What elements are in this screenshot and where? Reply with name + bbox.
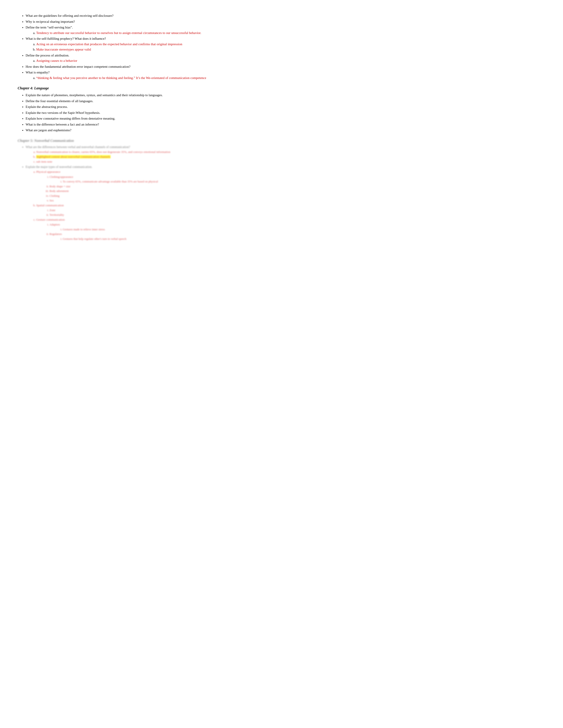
blurred-sub3-list: Gestures made to relieve inner stress <box>49 227 545 232</box>
item-text: How does the fundamental attribution err… <box>26 65 130 68</box>
blurred-red-text: sub item note <box>36 160 52 163</box>
item-text: What are jargon and euphemisms? <box>26 128 71 132</box>
red-answer: Acting on an erroneous expectation that … <box>36 42 182 46</box>
item-text: Define the process of attribution. <box>26 54 69 57</box>
blurred-red-text: Regulators <box>49 232 62 236</box>
yellow-highlight: highlighted content about nonverbal comm… <box>36 155 111 158</box>
blurred-sub2-item: Sex <box>49 198 545 203</box>
blurred-sub-list: Physical appearance Clothing/appearance … <box>26 170 545 241</box>
list-item: Explain the nature of phonemes, morpheme… <box>26 93 545 98</box>
blurred-list-item: Explain the major types of nonverbal com… <box>26 165 545 241</box>
list-item: What is the self-fulfilling prophecy? Wh… <box>26 36 545 52</box>
list-item: What are jargon and euphemisms? <box>26 128 545 133</box>
blurred-red-text: Clothing <box>49 194 60 197</box>
blurred-red-text: Gestures that help regulate other's turn… <box>63 237 126 240</box>
blurred-sub3-item: To convey 65%, communicate advantage ava… <box>63 179 545 184</box>
blurred-sub-item: highlighted content about nonverbal comm… <box>36 155 545 159</box>
blurred-sub2-item: Clothing <box>49 194 545 198</box>
item-text: What is the self-fulfilling prophecy? Wh… <box>26 37 106 40</box>
blurred-sub2-item: Territoriality <box>49 213 545 217</box>
list-item: Define the four essential elements of al… <box>26 99 545 104</box>
blurred-list-item: What are the differences between verbal … <box>26 145 545 164</box>
sub-list-item: “thinking & feeling what you perceive an… <box>36 75 545 81</box>
blurred-sub-item: sub item note <box>36 159 545 164</box>
item-text: Explain the major types of nonverbal com… <box>26 165 92 169</box>
blurred-red-text: Body shape + size <box>49 185 70 188</box>
item-text: Explain how connotative meaning differs … <box>26 117 115 120</box>
blurred-sub-item: Spatial communication Zone Territorialit… <box>36 203 545 217</box>
chapter5-list: What are the differences between verbal … <box>18 145 545 241</box>
list-item: Why is reciprocal sharing important? <box>26 19 545 24</box>
item-text: What is the difference between a fact an… <box>26 123 99 126</box>
red-answer: Tendency to attribute our successful beh… <box>36 31 201 35</box>
blurred-red-text: Clothing/appearance <box>49 175 73 178</box>
blurred-red-text: Adaptors <box>49 223 60 226</box>
item-text: Explain the two versions of the Sapir-Wh… <box>26 111 100 114</box>
list-item: Define the term “self-serving bias”. Ten… <box>26 25 545 35</box>
chapter4-heading: Chapter 4: Language <box>18 86 545 91</box>
blurred-sub-item: Nonverbal communication is clearer, carr… <box>36 150 545 154</box>
blurred-sub-item: Physical appearance Clothing/appearance … <box>36 170 545 203</box>
sub-list: Tendency to attribute our successful beh… <box>26 30 545 36</box>
chapter4-section: Chapter 4: Language Explain the nature o… <box>18 86 545 133</box>
main-bullet-list: What are the guidelines for offering and… <box>18 13 545 80</box>
blurred-sub-item: Gesture communication Adaptors Gestures … <box>36 218 545 241</box>
blurred-sub2-item: Body shape + size <box>49 184 545 189</box>
blurred-sub2-list: Adaptors Gestures made to relieve inner … <box>36 222 545 241</box>
highlighted-item: highlighted content about nonverbal comm… <box>36 155 111 158</box>
blurred-sub2-list: Clothing/appearance To convey 65%, commu… <box>36 175 545 203</box>
blurred-sub-list: Nonverbal communication is clearer, carr… <box>26 150 545 164</box>
list-item: Explain the abstracting process. <box>26 104 545 109</box>
chapter5-blurred-section: Chapter 5: Nonverbal Communication What … <box>18 138 545 241</box>
item-text: Explain the abstracting process. <box>26 105 68 109</box>
sub-list: Assigning causes to a behavior <box>26 58 545 63</box>
blurred-sub2-item: Clothing/appearance To convey 65%, commu… <box>49 175 545 184</box>
blurred-red-text: Sex <box>49 199 54 202</box>
blurred-sub3-list: To convey 65%, communicate advantage ava… <box>49 179 545 184</box>
red-answer: “thinking & feeling what you perceive an… <box>36 76 206 80</box>
blurred-sub2-item: Body adornment <box>49 189 545 193</box>
sub-list-item: Acting on an erroneous expectation that … <box>36 42 545 47</box>
chapter5-heading: Chapter 5: Nonverbal Communication <box>18 138 545 143</box>
item-text: Define the four essential elements of al… <box>26 99 93 103</box>
list-item: Define the process of attribution. Assig… <box>26 53 545 63</box>
blurred-sub3-item: Gestures made to relieve inner stress <box>63 227 545 232</box>
blurred-red-text: Zone <box>49 208 55 212</box>
blurred-sub2-list: Zone Territoriality <box>36 208 545 217</box>
item-text: What is empathy? <box>26 71 49 74</box>
blurred-red-text: Body adornment <box>49 189 69 193</box>
sub-list-item: Assigning causes to a behavior <box>36 58 545 63</box>
section1: What are the guidelines for offering and… <box>18 13 545 80</box>
list-item: What is empathy? “thinking & feeling wha… <box>26 70 545 80</box>
blurred-sub3-list: Gestures that help regulate other's turn… <box>49 237 545 241</box>
sub-list-item: Tendency to attribute our successful beh… <box>36 30 545 36</box>
list-item: Explain the two versions of the Sapir-Wh… <box>26 110 545 115</box>
blurred-red-text: Spatial communication <box>36 204 64 207</box>
blurred-red-text: To convey 65%, communicate advantage ava… <box>63 180 158 183</box>
list-item: What is the difference between a fact an… <box>26 122 545 127</box>
list-item: How does the fundamental attribution err… <box>26 64 545 69</box>
blurred-red-text: Nonverbal communication is clearer, carr… <box>36 150 170 154</box>
item-text: Define the term “self-serving bias”. <box>26 26 73 29</box>
list-item: Explain how connotative meaning differs … <box>26 116 545 121</box>
sub-list: Acting on an erroneous expectation that … <box>26 42 545 52</box>
item-text: What are the guidelines for offering and… <box>26 14 113 17</box>
chapter4-list: Explain the nature of phonemes, morpheme… <box>18 93 545 133</box>
blurred-sub3-item: Gestures that help regulate other's turn… <box>63 237 545 241</box>
blurred-sub2-item: Regulators Gestures that help regulate o… <box>49 232 545 241</box>
red-answer: Make inaccurate stereotypes appear valid <box>36 48 91 51</box>
blurred-red-text: Physical appearance <box>36 170 60 173</box>
blurred-red-text: Gesture communication <box>36 218 65 221</box>
list-item: What are the guidelines for offering and… <box>26 13 545 18</box>
red-answer: Assigning causes to a behavior <box>36 59 77 62</box>
blurred-sub2-item: Zone <box>49 208 545 212</box>
blurred-red-text: Territoriality <box>49 213 64 216</box>
item-text: Why is reciprocal sharing important? <box>26 20 75 23</box>
blurred-sub2-item: Adaptors Gestures made to relieve inner … <box>49 222 545 231</box>
blurred-red-text: Gestures made to relieve inner stress <box>63 228 105 231</box>
item-text: Explain the nature of phonemes, morpheme… <box>26 93 163 97</box>
sub-list: “thinking & feeling what you perceive an… <box>26 75 545 81</box>
sub-list-item: Make inaccurate stereotypes appear valid <box>36 47 545 52</box>
item-text: What are the differences between verbal … <box>26 145 130 149</box>
